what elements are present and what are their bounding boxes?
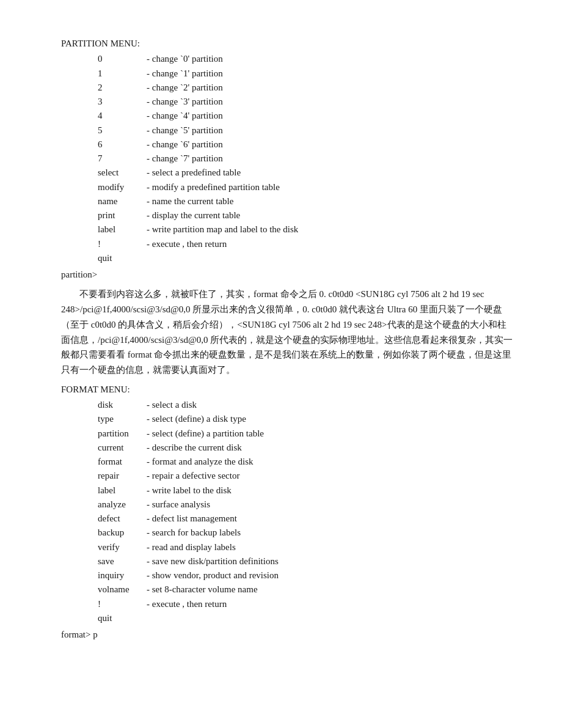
menu-desc: - select (define) a disk type [147,412,513,426]
menu-key: 4 [98,109,147,123]
list-item: 7- change `7' partition [98,152,513,166]
list-item: defect - defect list management [98,512,513,526]
list-item: inquiry - show vendor, product and revis… [98,568,513,583]
menu-key: quit [98,251,147,265]
menu-desc: - show vendor, product and revision [147,568,513,583]
menu-key: label [98,222,147,237]
list-item: select- select a predefined table [98,166,513,180]
menu-desc: - surface analysis [147,498,513,512]
menu-desc: - select a predefined table [147,166,513,180]
menu-desc: - display the current table [147,208,513,222]
menu-desc: - set 8-character volume name [147,583,513,597]
menu-desc: - change `0' partition [147,52,513,66]
menu-key: analyze [98,498,147,512]
menu-key: 7 [98,152,147,166]
list-item: current - describe the current disk [98,441,513,455]
menu-key: format [98,455,147,469]
list-item: !- execute , then return [98,237,513,251]
list-item: verify - read and display labels [98,540,513,554]
menu-key: current [98,441,147,455]
menu-desc: - save new disk/partition definitions [147,554,513,568]
menu-key: repair [98,469,147,483]
list-item: name - name the current table [98,194,513,208]
menu-key: backup [98,526,147,540]
list-item: print - display the current table [98,208,513,222]
format-prompt: format> p [61,628,513,642]
description-paragraph: 不要看到内容这么多，就被吓住了，其实，format 命令之后 0. c0t0d0… [61,287,513,378]
menu-desc: - search for backup labels [147,526,513,540]
list-item: 4- change `4' partition [98,109,513,123]
menu-key: defect [98,512,147,526]
menu-desc: - execute , then return [147,597,513,611]
menu-key: 2 [98,81,147,95]
menu-desc: - change `2' partition [147,81,513,95]
menu-key: 3 [98,95,147,109]
menu-key: 6 [98,138,147,152]
list-item: modify- modify a predefined partition ta… [98,180,513,194]
list-item: ! - execute , then return [98,597,513,611]
list-item: analyze - surface analysis [98,498,513,512]
menu-desc: - name the current table [147,194,513,208]
list-item: 1- change `1' partition [98,67,513,81]
menu-key: volname [98,583,147,597]
list-item: 2- change `2' partition [98,81,513,95]
list-item: partition- select (define) a partition t… [98,427,513,441]
menu-key: type [98,412,147,426]
menu-desc: - select a disk [147,398,513,412]
menu-desc: - change `6' partition [147,138,513,152]
list-item: format - format and analyze the disk [98,455,513,469]
list-item: volname - set 8-character volume name [98,583,513,597]
menu-key: ! [98,237,147,251]
list-item: backup - search for backup labels [98,526,513,540]
list-item: quit [98,251,513,265]
list-item: 0- change `0' partition [98,52,513,66]
menu-desc: - write partition map and label to the d… [147,222,513,237]
format-menu-section: FORMAT MENU: disk - select a disktype - … [61,383,513,642]
menu-desc: - change `3' partition [147,95,513,109]
menu-key: partition [98,427,147,441]
menu-desc: - change `1' partition [147,67,513,81]
menu-key: select [98,166,147,180]
menu-key: label [98,483,147,498]
menu-key: 5 [98,123,147,138]
menu-key: 1 [98,67,147,81]
menu-key: inquiry [98,568,147,583]
menu-desc: - change `4' partition [147,109,513,123]
partition-menu-items: 0- change `0' partition1- change `1' par… [98,52,513,265]
menu-key: print [98,208,147,222]
menu-desc: - change `5' partition [147,123,513,138]
list-item: type - select (define) a disk type [98,412,513,426]
menu-key: name [98,194,147,208]
menu-key: quit [98,611,147,625]
menu-desc: - defect list management [147,512,513,526]
menu-desc: - change `7' partition [147,152,513,166]
menu-key: ! [98,597,147,611]
menu-key: save [98,554,147,568]
list-item: repair - repair a defective sector [98,469,513,483]
list-item: 3- change `3' partition [98,95,513,109]
list-item: quit [98,611,513,625]
partition-menu-title: PARTITION MENU: [61,37,513,51]
menu-desc: - execute , then return [147,237,513,251]
menu-key: disk [98,398,147,412]
list-item: disk - select a disk [98,398,513,412]
list-item: label - write label to the disk [98,483,513,498]
partition-menu-section: PARTITION MENU: 0- change `0' partition1… [61,37,513,282]
partition-prompt: partition> [61,268,513,282]
menu-desc: - format and analyze the disk [147,455,513,469]
format-menu-items: disk - select a disktype - select (defin… [98,398,513,625]
menu-desc: - modify a predefined partition table [147,180,513,194]
menu-desc: - read and display labels [147,540,513,554]
list-item: 5- change `5' partition [98,123,513,138]
list-item: save - save new disk/partition definitio… [98,554,513,568]
menu-desc: - select (define) a partition table [147,427,513,441]
menu-key: modify [98,180,147,194]
list-item: 6- change `6' partition [98,138,513,152]
list-item: label - write partition map and label to… [98,222,513,237]
format-menu-title: FORMAT MENU: [61,383,513,397]
menu-desc: - write label to the disk [147,483,513,498]
menu-key: 0 [98,52,147,66]
menu-key: verify [98,540,147,554]
menu-desc: - repair a defective sector [147,469,513,483]
menu-desc: - describe the current disk [147,441,513,455]
